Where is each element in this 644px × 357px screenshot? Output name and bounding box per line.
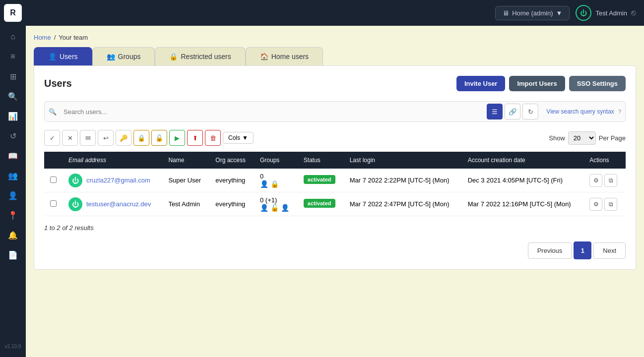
row2-last-login: Mar 7 2022 2:47PM [UTC-5] (Mon)	[344, 192, 462, 216]
toolbar: ✓ ✕ ✉ ↩ 🔑 🔒 🔓 ▶ ⬆ 🗑 Cols ▼ Show 20	[44, 130, 626, 146]
row2-status-cell: activated	[298, 192, 344, 216]
row1-org-access: everything	[209, 169, 254, 192]
activate-button[interactable]: ▶	[169, 130, 185, 146]
bell-icon[interactable]: 🔔	[4, 226, 22, 244]
chart-icon[interactable]: 📊	[4, 107, 22, 125]
select-all-button[interactable]: ✓	[44, 130, 60, 146]
row2-org-access: everything	[209, 192, 254, 216]
table-header-name[interactable]: Name	[162, 152, 209, 169]
user-icon[interactable]: 👤	[4, 186, 22, 204]
delete-button[interactable]: 🗑	[205, 130, 221, 146]
row1-groups: 0 👤 🔒	[254, 169, 298, 192]
row1-actions-cell: ⚙ ⧉	[583, 169, 626, 192]
sidebar: R ⌂ ≡ ⊞ 🔍 📊 ↺ 📖 👥 👤 📍 🔔 📄 v2.10.9	[0, 0, 26, 357]
search-magnifier-icon: 🔍	[49, 108, 57, 116]
docs-icon[interactable]: 📄	[4, 246, 22, 264]
row1-email-cell: ⏻ cruzla227@gmail.com	[63, 169, 162, 192]
row1-settings-button[interactable]: ⚙	[589, 174, 602, 187]
row2-group-icon-1: 👤	[260, 204, 268, 212]
previous-button[interactable]: Previous	[528, 242, 572, 259]
version-label: v2.10.9	[5, 344, 21, 353]
restore-button[interactable]: ↩	[98, 130, 114, 146]
panel-title: Users	[44, 78, 72, 89]
table-header-org-access[interactable]: Org access	[209, 152, 254, 169]
table-row: ⏻ testuser@anacruz.dev Test Admin everyt…	[44, 192, 626, 216]
row2-group-icon-2: 🔓	[270, 204, 279, 212]
main-area: 🖥 Home (admin) ▼ ⏻ Test Admin ⎋ Home / Y…	[26, 0, 644, 357]
pagination: Previous 1 Next	[44, 241, 626, 259]
tab-users[interactable]: 👤 Users	[34, 47, 92, 65]
team-icon[interactable]: 👥	[4, 167, 22, 184]
user-area: ⏻ Test Admin ⎋	[576, 5, 636, 21]
refresh-button[interactable]: ↻	[522, 104, 538, 119]
table-header-last-login[interactable]: Last login	[344, 152, 462, 169]
row2-copy-button[interactable]: ⧉	[604, 198, 617, 211]
row1-name: Super User	[162, 169, 209, 192]
top-nav: 🖥 Home (admin) ▼ ⏻ Test Admin ⎋	[26, 0, 644, 26]
content-area: Home / Your team 👤 Users 👥 Groups 🔒 Rest…	[26, 26, 644, 357]
home-icon[interactable]: ⌂	[4, 28, 22, 46]
app-logo[interactable]: R	[4, 4, 22, 22]
location-icon[interactable]: 📍	[4, 206, 22, 224]
row1-copy-button[interactable]: ⧉	[604, 174, 617, 187]
panel-actions: Invite User Import Users SSO Settings	[456, 76, 626, 91]
current-page-number[interactable]: 1	[574, 241, 591, 259]
import-users-button[interactable]: Import Users	[509, 76, 565, 91]
row2-email-link[interactable]: testuser@anacruz.dev	[86, 200, 151, 208]
logout-icon[interactable]: ⎋	[631, 8, 636, 17]
search-right-icons: ☰ 🔗 ↻	[487, 104, 538, 119]
table-header-groups[interactable]: Groups	[254, 152, 298, 169]
table-header-creation-date[interactable]: Account creation date	[462, 152, 584, 169]
tab-home-users-label: Home users	[271, 53, 309, 60]
history-icon[interactable]: ↺	[4, 127, 22, 145]
row2-checkbox[interactable]	[50, 200, 57, 207]
search-input[interactable]	[61, 105, 483, 119]
tabs-container: 👤 Users 👥 Groups 🔒 Restricted users 🏠 Ho…	[34, 47, 636, 65]
invite-user-button[interactable]: Invite User	[456, 76, 505, 91]
list-icon[interactable]: ≡	[4, 48, 22, 65]
tab-home-users[interactable]: 🏠 Home users	[246, 47, 323, 65]
cols-button[interactable]: Cols ▼	[223, 132, 254, 144]
row2-settings-button[interactable]: ⚙	[589, 198, 602, 211]
tab-groups-label: Groups	[118, 53, 141, 60]
export-button[interactable]: ⬆	[187, 130, 203, 146]
table-header-checkbox	[44, 152, 63, 169]
row1-creation-date: Dec 3 2021 4:05PM [UTC-5] (Fri)	[462, 169, 584, 192]
per-page-select[interactable]: 20 50 100	[568, 131, 596, 145]
row1-group-icon-1: 👤	[260, 180, 268, 188]
panel-header: Users Invite User Import Users SSO Setti…	[44, 76, 626, 91]
tab-restricted[interactable]: 🔒 Restricted users	[155, 47, 245, 65]
help-icon[interactable]: ?	[618, 109, 621, 115]
row1-email-link[interactable]: cruzla227@gmail.com	[86, 177, 150, 184]
admin-dropdown-button[interactable]: 🖥 Home (admin) ▼	[495, 6, 570, 20]
show-area: Show 20 50 100 Per Page	[549, 131, 626, 145]
row1-group-icon-2: 🔒	[270, 180, 279, 188]
row2-avatar: ⏻	[68, 197, 82, 211]
book-icon[interactable]: 📖	[4, 147, 22, 165]
table-row: ⏻ cruzla227@gmail.com Super User everyth…	[44, 169, 626, 192]
search-area: 🔍 ☰ 🔗 ↻ View search query syntax ?	[44, 101, 626, 122]
deselect-button[interactable]: ✕	[62, 130, 78, 146]
breadcrumb-current: Your team	[59, 34, 88, 41]
table-header-email[interactable]: Email address	[63, 152, 162, 169]
lock-button[interactable]: 🔒	[133, 130, 149, 146]
sso-settings-button[interactable]: SSO Settings	[569, 76, 626, 91]
breadcrumb-separator: /	[54, 34, 56, 41]
next-button[interactable]: Next	[593, 242, 626, 259]
admin-label: Home (admin)	[512, 9, 553, 17]
row2-creation-date: Mar 7 2022 12:16PM [UTC-5] (Mon)	[462, 192, 584, 216]
breadcrumb-home[interactable]: Home	[34, 34, 51, 41]
table-header-status[interactable]: Status	[298, 152, 344, 169]
link-view-button[interactable]: 🔗	[505, 104, 520, 119]
list-view-button[interactable]: ☰	[487, 104, 503, 119]
search-syntax-link[interactable]: View search query syntax	[546, 108, 614, 115]
tab-home-users-icon: 🏠	[260, 53, 268, 60]
search-icon[interactable]: 🔍	[4, 87, 22, 105]
tab-groups-icon: 👥	[107, 53, 115, 60]
tab-groups[interactable]: 👥 Groups	[92, 47, 155, 65]
unlock-button[interactable]: 🔓	[151, 130, 167, 146]
table-icon[interactable]: ⊞	[4, 67, 22, 85]
row1-checkbox[interactable]	[50, 177, 57, 183]
email-button[interactable]: ✉	[80, 130, 96, 146]
key-button[interactable]: 🔑	[116, 130, 131, 146]
